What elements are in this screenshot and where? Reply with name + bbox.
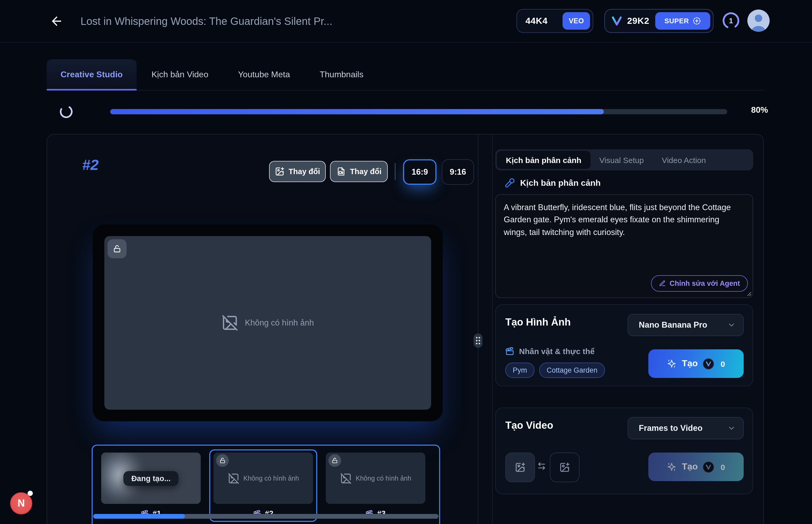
entities-row: Nhân vật & thực thể: [505, 347, 594, 356]
avatar[interactable]: [747, 10, 770, 32]
thumb-1-preview: Đang tạo...: [101, 453, 201, 504]
aspect-ratio-9-16-button[interactable]: 9:16: [442, 159, 474, 185]
scene-number: #2: [82, 157, 98, 174]
entity-tag-cottage-garden[interactable]: Cottage Garden: [539, 363, 605, 378]
notification-count: 1: [722, 12, 740, 30]
change-video-button[interactable]: Thay đổi: [330, 161, 388, 182]
panel-divider: [478, 134, 478, 524]
studio-card: #2 Thay đổi Thay đổi 16:9 9:16: [47, 134, 764, 524]
panel-resize-handle[interactable]: [474, 333, 482, 348]
change-image-button[interactable]: Thay đổi: [269, 161, 326, 182]
top-bar: Lost in Whispering Woods: The Guardian's…: [0, 0, 812, 43]
super-badge[interactable]: SUPER: [655, 12, 710, 30]
empty-image-text: Không có hình ảnh: [245, 318, 314, 328]
progress-percent: 80%: [741, 105, 768, 115]
chevron-down-icon: [727, 424, 736, 432]
thumb-3-empty-text: Không có hình ảnh: [356, 475, 411, 482]
veo-logo-icon: [611, 15, 622, 27]
video-generation-title: Tạo Video: [505, 420, 553, 431]
image-plus-icon: [515, 462, 525, 473]
generate-video-button[interactable]: Tạo 0: [648, 453, 744, 481]
panel-tab-video-action[interactable]: Video Action: [653, 151, 715, 169]
thumb-2-empty-text: Không có hình ảnh: [243, 475, 299, 482]
tab-thumbnails[interactable]: Thumbnails: [305, 59, 378, 90]
grip-dots-icon: [475, 336, 481, 345]
lock-toggle[interactable]: [108, 239, 127, 258]
script-panel: Kịch bản phân cảnh Visual Setup Video Ac…: [495, 149, 753, 170]
generate-image-button[interactable]: Tạo 0: [648, 349, 744, 378]
floating-n-badge[interactable]: N: [10, 492, 32, 514]
lock-open-icon: [113, 245, 121, 253]
video-generation-card: Tạo Video Frames to Video: [495, 408, 753, 494]
video-model-value: Frames to Video: [639, 423, 727, 433]
resize-handle-icon[interactable]: [746, 291, 752, 296]
thumb-3-lock[interactable]: [329, 454, 341, 467]
super-credit-box: 29K2 SUPER: [604, 9, 714, 33]
thumbnail-scrollbar-track[interactable]: [93, 514, 439, 519]
scene-thumb-1[interactable]: Đang tạo... #1: [97, 449, 205, 522]
image-off-icon: [222, 314, 239, 331]
thumb-1-status: Đang tạo...: [123, 471, 178, 486]
notification-ring[interactable]: 1: [722, 12, 740, 30]
panel-tab-bar: Kịch bản phân cảnh Visual Setup Video Ac…: [495, 149, 753, 170]
super-credit-amount: 29K2: [627, 16, 649, 26]
aspect-ratio-16-9-button[interactable]: 16:9: [403, 159, 436, 185]
panel-tab-visual-setup[interactable]: Visual Setup: [590, 151, 653, 169]
script-heading-row: Kịch bản phân cảnh: [505, 178, 601, 188]
sparkles-icon: [667, 359, 676, 369]
scene-thumb-3[interactable]: Không có hình ảnh #3: [321, 449, 430, 522]
progress-fill: [110, 109, 604, 114]
veo-credit-box: 44K4 VEO: [516, 9, 593, 33]
change-video-label: Thay đổi: [350, 167, 381, 176]
script-heading: Kịch bản phân cảnh: [520, 178, 601, 187]
scene-preview-frame: Không có hình ảnh: [93, 225, 443, 421]
entity-tag-pym[interactable]: Pym: [505, 363, 535, 378]
swap-frames-icon[interactable]: [537, 461, 546, 471]
script-text-wrap: A vibrant Butterfly, iridescent blue, fl…: [495, 194, 753, 298]
image-model-value: Nano Banana Pro: [639, 320, 727, 330]
image-plus-icon: [275, 167, 284, 176]
thumbnail-scrollbar-thumb[interactable]: [93, 514, 185, 519]
entities-label: Nhân vật & thực thể: [519, 347, 594, 356]
end-frame-slot[interactable]: [550, 453, 579, 482]
clapperboard-icon: [505, 347, 514, 356]
app-window: Lost in Whispering Woods: The Guardian's…: [0, 0, 812, 524]
lock-open-icon: [219, 457, 226, 464]
super-badge-label: SUPER: [665, 17, 689, 25]
panel-tab-script[interactable]: Kịch bản phân cảnh: [497, 151, 590, 169]
generation-progress-bar: [110, 109, 727, 114]
tab-kich-ban-video[interactable]: Kịch bản Video: [137, 59, 223, 90]
thumbnail-row: Đang tạo... #1: [97, 449, 430, 522]
n-letter: N: [17, 497, 25, 509]
start-frame-slot[interactable]: [505, 453, 535, 482]
thumb-3-preview: Không có hình ảnh: [326, 453, 425, 504]
tab-youtube-meta[interactable]: Youtube Meta: [223, 59, 305, 90]
generate-video-label: Tạo: [682, 461, 698, 472]
file-video-icon: [336, 167, 346, 176]
chevron-down-icon: [727, 321, 736, 329]
thumb-2-preview: Không có hình ảnh: [213, 453, 313, 504]
loading-spinner-icon: [59, 105, 73, 118]
lock-open-icon: [332, 457, 338, 464]
v-coin-icon: [703, 461, 714, 472]
main-tab-bar: Creative Studio Kịch bản Video Youtube M…: [47, 59, 764, 91]
person-icon: [747, 10, 770, 32]
image-off-icon: [340, 472, 351, 484]
thumb-2-lock[interactable]: [216, 454, 229, 467]
edit-with-agent-label: Chỉnh sửa với Agent: [669, 279, 740, 288]
tab-creative-studio[interactable]: Creative Studio: [47, 59, 137, 90]
edit-with-agent-button[interactable]: Chỉnh sửa với Agent: [651, 275, 748, 292]
video-model-select[interactable]: Frames to Video: [628, 417, 744, 439]
veo-badge[interactable]: VEO: [562, 12, 590, 30]
mic-icon: [505, 178, 515, 188]
scene-canvas[interactable]: Không có hình ảnh: [104, 236, 431, 410]
scene-thumbnail-strip: Đang tạo... #1: [92, 445, 440, 524]
image-model-select[interactable]: Nano Banana Pro: [628, 314, 744, 336]
scene-thumb-2[interactable]: Không có hình ảnh #2: [209, 449, 317, 522]
generate-video-cost: 0: [721, 462, 725, 471]
back-button[interactable]: [50, 14, 66, 29]
arrow-left-icon: [50, 14, 66, 28]
entity-tags: Pym Cottage Garden: [505, 363, 605, 378]
panel-inner-border: [492, 134, 493, 524]
image-generation-title: Tạo Hình Ảnh: [505, 316, 571, 328]
